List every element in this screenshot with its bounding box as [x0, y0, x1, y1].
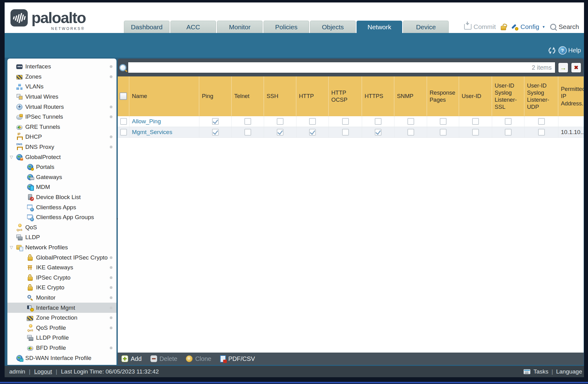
commit-button[interactable]: Commit: [464, 23, 496, 31]
sidebar-item-ipsec-tunnels[interactable]: IPSec Tunnels: [7, 112, 116, 122]
sidebar-item-ipsec-crypto[interactable]: IPSec Crypto: [7, 272, 116, 283]
select-all-checkbox[interactable]: [120, 92, 127, 100]
response_pages-checkbox[interactable]: [440, 118, 447, 125]
sidebar-item-label: BFD Profile: [36, 345, 66, 351]
column-header-ping[interactable]: Ping: [199, 76, 232, 116]
ssh-checkbox[interactable]: [277, 129, 284, 136]
sidebar-item-device-block-list[interactable]: Device Block List: [7, 192, 116, 202]
tab-device[interactable]: Device: [403, 21, 449, 33]
pdf-csv-button[interactable]: PDF/CSV: [220, 355, 255, 362]
logout-link[interactable]: Logout: [34, 368, 52, 375]
https-checkbox[interactable]: [375, 118, 382, 125]
column-header-name[interactable]: Name: [129, 76, 199, 116]
sidebar-item-ike-crypto[interactable]: IKE Crypto: [7, 283, 116, 293]
column-header-telnet[interactable]: Telnet: [232, 76, 264, 116]
snmp-checkbox[interactable]: [407, 129, 414, 136]
sidebar-item-qos[interactable]: QoS: [7, 223, 116, 233]
refresh-icon[interactable]: [547, 46, 556, 55]
column-header-uid_syslog_udp[interactable]: User-ID Syslog Listener-UDP: [525, 76, 558, 116]
https-checkbox[interactable]: [375, 129, 382, 136]
response_pages-checkbox[interactable]: [440, 129, 447, 136]
column-header-uid_syslog_ssl[interactable]: User-ID Syslog Listener-SSL: [492, 76, 525, 116]
sidebar-item-virtual-routers[interactable]: Virtual Routers: [7, 102, 116, 112]
filter-input[interactable]: [128, 62, 555, 73]
sidebar-item-globalprotect-ipsec-crypto[interactable]: GlobalProtect IPSec Crypto: [7, 252, 116, 263]
sidebar-item-mdm[interactable]: MDM: [7, 182, 116, 192]
sidebar-item-gre-tunnels[interactable]: GRE Tunnels: [7, 122, 116, 132]
telnet-checkbox[interactable]: [244, 129, 251, 136]
config-menu-button[interactable]: Config ▼: [511, 23, 545, 31]
row-select-checkbox[interactable]: [120, 118, 127, 125]
clone-button[interactable]: Clone: [186, 355, 211, 362]
http_ocsp-checkbox[interactable]: [342, 118, 349, 125]
sidebar-item-clientless-apps[interactable]: Clientless Apps: [7, 202, 116, 212]
column-header-permitted_ip[interactable]: Permitted IP Address...: [558, 76, 584, 116]
user_id-checkbox[interactable]: [472, 129, 479, 136]
profile-name-link[interactable]: Mgmt_Services: [129, 129, 172, 136]
tab-network[interactable]: Network: [357, 21, 402, 33]
sidebar-item-interface-mgmt[interactable]: Interface Mgmt: [7, 303, 116, 313]
sidebar-item-virtual-wires[interactable]: Virtual Wires: [7, 92, 116, 102]
uid_syslog_udp-checkbox[interactable]: [538, 118, 545, 125]
expander-down-icon[interactable]: ▽: [10, 155, 13, 159]
sidebar-item-ike-gateways[interactable]: IKE Gateways: [7, 263, 116, 273]
tab-acc[interactable]: ACC: [170, 21, 216, 33]
snmp-cell: [394, 116, 427, 127]
user_id-checkbox[interactable]: [472, 118, 479, 125]
http_ocsp-checkbox[interactable]: [342, 129, 349, 136]
tasks-button[interactable]: Tasks: [533, 368, 549, 375]
ipsec-tunnels-icon: [16, 114, 22, 120]
sidebar-item-interfaces[interactable]: Interfaces: [7, 62, 116, 72]
sidebar-item-lldp-profile[interactable]: LLDP Profile: [7, 333, 116, 343]
sidebar-item-zones[interactable]: Zones: [7, 72, 116, 82]
column-header-user_id[interactable]: User-ID: [459, 76, 492, 116]
clear-filter-button[interactable]: ✖: [571, 63, 581, 73]
delete-button[interactable]: Delete: [150, 355, 178, 362]
sidebar-item-lldp[interactable]: LLDP: [7, 232, 116, 243]
uid_syslog_ssl-checkbox[interactable]: [505, 129, 512, 136]
help-button[interactable]: ? Help: [558, 46, 581, 55]
column-header-snmp[interactable]: SNMP: [394, 76, 427, 116]
sidebar-item-dhcp[interactable]: DHCP: [7, 132, 116, 142]
column-header-http[interactable]: HTTP: [296, 76, 329, 116]
ping-checkbox[interactable]: [212, 129, 219, 136]
tab-objects[interactable]: Objects: [310, 21, 356, 33]
http-checkbox[interactable]: [309, 129, 316, 136]
global-search-button[interactable]: Search: [550, 23, 579, 31]
tab-policies[interactable]: Policies: [263, 21, 309, 33]
sidebar-item-network-profiles[interactable]: ▽Network Profiles: [7, 243, 116, 253]
language-button[interactable]: Language: [556, 368, 582, 375]
sidebar-item-qos-profile[interactable]: QoS Profile: [7, 323, 116, 333]
sidebar-item-zone-protection[interactable]: Zone Protection: [7, 313, 116, 323]
sidebar-item-portals[interactable]: Portals: [7, 162, 116, 172]
column-header-response_pages[interactable]: Response Pages: [427, 76, 459, 116]
sidebar-item-clientless-app-groups[interactable]: Clientless App Groups: [7, 212, 116, 223]
sidebar-item-globalprotect[interactable]: ▽GlobalProtect: [7, 152, 116, 162]
column-header-ssh[interactable]: SSH: [264, 76, 296, 116]
ping-checkbox[interactable]: [212, 118, 219, 125]
snmp-checkbox[interactable]: [407, 118, 414, 125]
expander-down-icon[interactable]: ▽: [10, 245, 13, 250]
paloalto-logo: paloalto NETWORKS®: [10, 9, 86, 31]
row-select-checkbox[interactable]: [120, 129, 127, 136]
uid_syslog_ssl-checkbox[interactable]: [505, 118, 512, 125]
sidebar-item-dns-proxy[interactable]: DNS Proxy: [7, 142, 116, 152]
ssh-checkbox[interactable]: [277, 118, 284, 125]
tab-dashboard[interactable]: Dashboard: [124, 21, 169, 33]
column-header-http_ocsp[interactable]: HTTP OCSP: [329, 76, 362, 116]
apply-filter-button[interactable]: →: [558, 63, 568, 73]
lock-icon[interactable]: [501, 26, 506, 30]
tab-monitor[interactable]: Monitor: [217, 21, 263, 33]
profile-name-link[interactable]: Allow_Ping: [129, 118, 161, 125]
sidebar-item-bfd-profile[interactable]: BFD Profile: [7, 343, 116, 353]
column-header-select[interactable]: [118, 76, 129, 116]
telnet-checkbox[interactable]: [244, 118, 251, 125]
sidebar-item-sd-wan-interface-profile[interactable]: SD-WAN Interface Profile: [7, 353, 116, 363]
sidebar-item-gateways[interactable]: Gateways: [7, 172, 116, 182]
sidebar-item-vlans[interactable]: VLANs: [7, 82, 116, 92]
sidebar-item-monitor[interactable]: Monitor: [7, 293, 116, 303]
http-checkbox[interactable]: [309, 118, 316, 125]
column-header-https[interactable]: HTTPS: [362, 76, 394, 116]
uid_syslog_udp-checkbox[interactable]: [538, 129, 545, 136]
add-button[interactable]: Add: [121, 355, 142, 362]
